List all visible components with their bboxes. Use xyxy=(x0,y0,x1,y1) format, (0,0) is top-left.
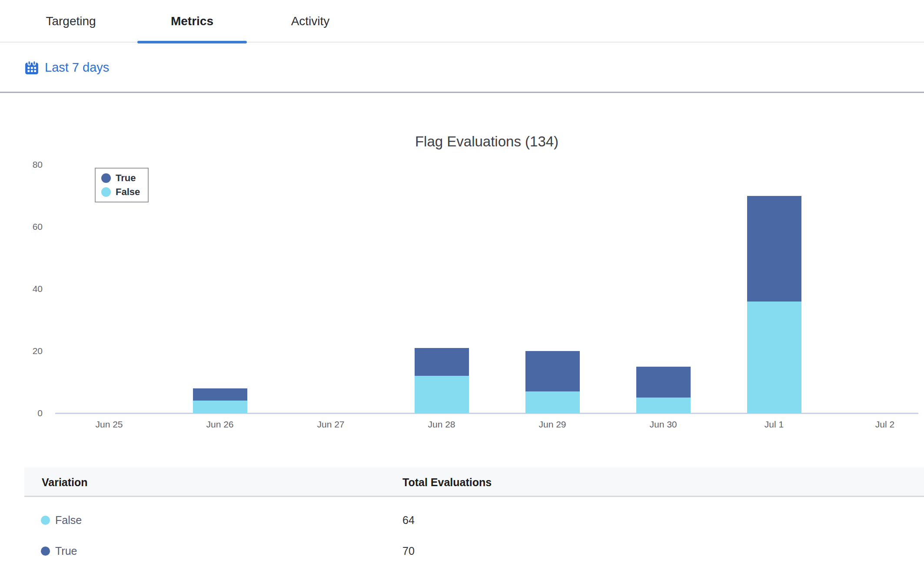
table-header-row: Variation Total Evaluations xyxy=(24,467,924,497)
chart-legend[interactable]: TrueFalse xyxy=(95,168,149,202)
variation-name: False xyxy=(55,514,82,527)
bar-jun-28-false[interactable] xyxy=(415,376,469,413)
total-evaluations-value: 70 xyxy=(402,536,415,566)
bar-jun-28-true[interactable] xyxy=(415,348,469,376)
variation-cell: False xyxy=(41,505,82,535)
x-axis-label-jun-29: Jun 29 xyxy=(513,419,592,430)
variation-name: True xyxy=(55,545,77,557)
legend-label: False xyxy=(116,186,140,198)
bar-jun-29-true[interactable] xyxy=(525,351,580,391)
true-swatch-icon xyxy=(41,547,50,556)
y-axis-tick-0: 0 xyxy=(17,408,43,419)
table-row-false: False64 xyxy=(24,505,924,535)
bar-jun-26-false[interactable] xyxy=(193,401,247,413)
legend-label: True xyxy=(116,172,136,184)
true-swatch-icon xyxy=(101,173,111,183)
column-header-total-evaluations: Total Evaluations xyxy=(402,467,492,497)
x-axis-label-jun-27: Jun 27 xyxy=(292,419,370,430)
y-axis-tick-40: 40 xyxy=(17,283,43,295)
x-axis-label-jul-2: Jul 2 xyxy=(846,419,924,430)
flag-evaluations-chart: Flag Evaluations (134) TrueFalse 0204060… xyxy=(0,0,924,467)
chart-title: Flag Evaluations (134) xyxy=(52,133,921,150)
x-axis-label-jun-30: Jun 30 xyxy=(624,419,702,430)
x-axis-label-jun-25: Jun 25 xyxy=(70,419,148,430)
flag-metrics-page: TargetingMetricsActivity Last 7 days Fla… xyxy=(0,0,924,570)
x-axis-label-jul-1: Jul 1 xyxy=(735,419,813,430)
y-axis-tick-80: 80 xyxy=(17,159,43,170)
bar-jun-29-false[interactable] xyxy=(525,391,580,413)
table-row-true: True70 xyxy=(24,536,924,566)
variation-cell: True xyxy=(41,536,77,566)
column-header-variation: Variation xyxy=(42,467,88,497)
y-axis-tick-20: 20 xyxy=(17,345,43,357)
false-swatch-icon xyxy=(101,187,111,197)
bar-jul-1-false[interactable] xyxy=(747,302,801,413)
legend-entry-true[interactable]: True xyxy=(101,172,144,184)
y-axis-tick-60: 60 xyxy=(17,221,43,232)
total-evaluations-value: 64 xyxy=(402,505,415,535)
bar-jun-30-true[interactable] xyxy=(636,367,691,398)
bar-jul-1-true[interactable] xyxy=(747,196,801,302)
legend-entry-false[interactable]: False xyxy=(101,186,144,198)
false-swatch-icon xyxy=(41,516,50,525)
x-axis-label-jun-28: Jun 28 xyxy=(402,419,481,430)
bar-jun-30-false[interactable] xyxy=(636,398,691,413)
x-axis-label-jun-26: Jun 26 xyxy=(181,419,259,430)
bar-jun-26-true[interactable] xyxy=(193,388,247,401)
